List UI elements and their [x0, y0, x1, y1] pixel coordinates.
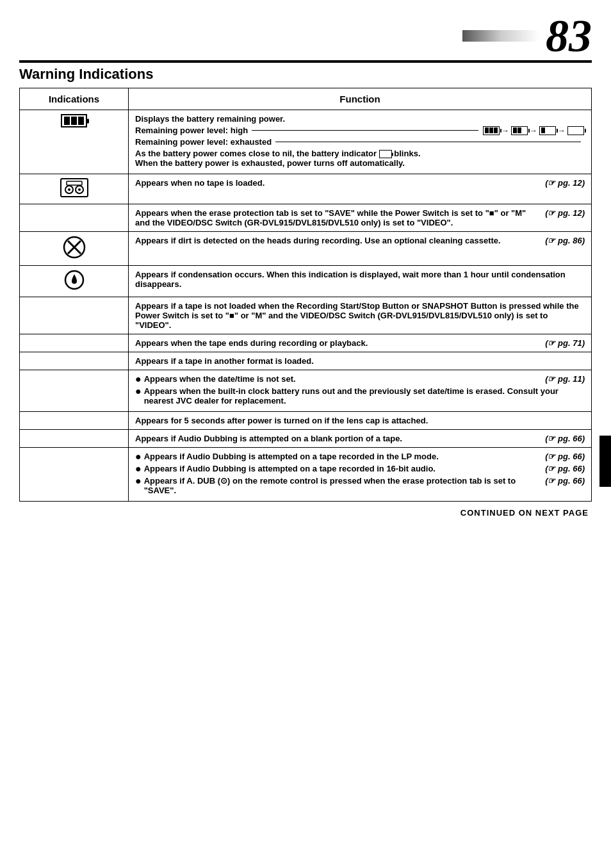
table-row: ● Appears when the date/time is not set.… [20, 370, 592, 412]
function-cell-datetime: ● Appears when the date/time is not set.… [129, 370, 592, 412]
table-row: Displays the battery remaining power. Re… [20, 110, 592, 174]
svg-rect-5 [67, 181, 82, 185]
function-cell-lens-cap: Appears for 5 seconds after power is tur… [129, 412, 592, 430]
battery-text-1: Displays the battery remaining power. [135, 114, 585, 124]
table-header-row: Indications Function [20, 88, 592, 110]
table-row: Appears if dirt is detected on the heads… [20, 232, 592, 266]
warning-table: Indications Function Displays the batt [19, 88, 592, 502]
indication-cell-battery [20, 110, 129, 174]
indication-cell-lens-cap [20, 412, 129, 430]
table-row: Appears if a tape in another format is l… [20, 352, 592, 370]
svg-point-3 [68, 188, 70, 191]
battery-level-high: Remaining power level: high → [135, 126, 585, 135]
section-title: Warning Indications [19, 66, 592, 83]
indication-cell-audio-blank [20, 430, 129, 448]
indication-cell-format [20, 352, 129, 370]
page-number: 83 [546, 13, 592, 59]
function-cell-condensation: Appears if condensation occurs. When thi… [129, 266, 592, 297]
page-header: 83 [19, 13, 592, 63]
function-cell-erase: Appears when the erase protection tab is… [129, 204, 592, 232]
table-row: Appears if Audio Dubbing is attempted on… [20, 430, 592, 448]
page-number-area: 83 [462, 13, 592, 59]
function-cell-no-tape: Appears when no tape is loaded. (☞ pg. 1… [129, 174, 592, 204]
function-cell-audio-blank: Appears if Audio Dubbing is attempted on… [129, 430, 592, 448]
page-bar-gradient [462, 30, 539, 42]
table-row: ● Appears if Audio Dubbing is attempted … [20, 448, 592, 502]
table-row: Appears when the tape ends during record… [20, 334, 592, 352]
col-indication-header: Indications [20, 88, 129, 110]
circle-x-icon [63, 236, 86, 259]
table-row: Appears when no tape is loaded. (☞ pg. 1… [20, 174, 592, 204]
function-cell-battery: Displays the battery remaining power. Re… [129, 110, 592, 174]
function-cell-tape-end: Appears when the tape ends during record… [129, 334, 592, 352]
page-wrapper: 83 Warning Indications Indications Funct… [0, 0, 611, 537]
battery-level-exhausted: Remaining power level: exhausted [135, 137, 585, 147]
col-function-header: Function [129, 88, 592, 110]
function-cell-audio-multi: ● Appears if Audio Dubbing is attempted … [129, 448, 592, 502]
table-row: Appears for 5 seconds after power is tur… [20, 412, 592, 430]
battery-blink-text: As the battery power comes close to nil,… [135, 149, 585, 168]
svg-point-4 [78, 188, 81, 191]
continued-label: CONTINUED ON NEXT PAGE [19, 508, 592, 518]
indication-cell-erase [20, 204, 129, 232]
indication-cell-no-tape-record [20, 297, 129, 334]
indication-cell-audio-multi [20, 448, 129, 502]
sidebar-bar [599, 436, 611, 487]
indication-cell-datetime [20, 370, 129, 412]
table-row: Appears when the erase protection tab is… [20, 204, 592, 232]
cassette-icon [60, 178, 88, 197]
function-cell-format: Appears if a tape in another format is l… [129, 352, 592, 370]
indication-cell-tape-end [20, 334, 129, 352]
function-cell-dirt: Appears if dirt is detected on the heads… [129, 232, 592, 266]
table-row: Appears if a tape is not loaded when the… [20, 297, 592, 334]
function-cell-no-tape-record: Appears if a tape is not loaded when the… [129, 297, 592, 334]
indication-cell-cassette [20, 174, 129, 204]
indication-cell-dirt [20, 232, 129, 266]
indication-cell-condensation [20, 266, 129, 297]
drop-icon [64, 270, 85, 290]
table-row: Appears if condensation occurs. When thi… [20, 266, 592, 297]
